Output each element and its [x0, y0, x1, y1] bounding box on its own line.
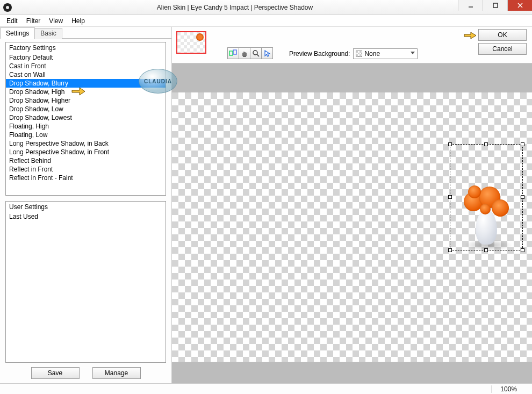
tool-pointer-button[interactable]: [261, 47, 273, 59]
close-button[interactable]: [507, 0, 532, 11]
menu-edit[interactable]: Edit: [2, 16, 22, 26]
factory-preset-item[interactable]: Drop Shadow, Blurry: [6, 79, 166, 88]
workspace: Settings Basic Factory Settings Factory …: [0, 27, 532, 383]
preview-background-label: Preview Background:: [289, 50, 350, 58]
handle-bottom-mid[interactable]: [484, 248, 488, 252]
pointer-annotation-icon: [463, 30, 477, 40]
tool-hand-button[interactable]: [239, 47, 250, 59]
close-icon: [517, 3, 523, 8]
factory-preset-item[interactable]: Long Perspective Shadow, in Back: [6, 139, 166, 148]
factory-settings-list[interactable]: Factory DefaultCast in FrontCast on Wall…: [6, 53, 166, 195]
minimize-button[interactable]: [458, 0, 483, 11]
zoom-level: 100%: [491, 385, 526, 393]
preview-canvas[interactable]: [172, 92, 532, 362]
tab-strip: Settings Basic: [0, 27, 171, 39]
pointer-icon: [263, 49, 271, 57]
handle-mid-left[interactable]: [448, 195, 452, 199]
user-settings-box: User Settings Last Used: [5, 201, 166, 363]
handle-top-left[interactable]: [448, 142, 452, 146]
preview-background-row: Preview Background: None: [289, 48, 418, 59]
handle-bottom-left[interactable]: [448, 248, 452, 252]
menu-help[interactable]: Help: [67, 16, 89, 26]
factory-preset-item[interactable]: Cast on Wall: [6, 70, 166, 79]
svg-point-6: [253, 51, 257, 55]
dialog-action-buttons: OK Cancel: [478, 29, 527, 55]
transparency-swatch-icon: [356, 51, 362, 57]
minimize-icon: [468, 3, 473, 8]
window-title: Alien Skin | Eye Candy 5 Impact | Perspe…: [12, 4, 458, 11]
factory-settings-box: Factory Settings Factory DefaultCast in …: [5, 42, 166, 196]
svg-rect-5: [233, 50, 236, 54]
preview-background-value: None: [364, 50, 380, 58]
status-bar: 100%: [0, 383, 532, 394]
factory-preset-item[interactable]: Drop Shadow, Higher: [6, 96, 166, 105]
svg-rect-4: [229, 51, 233, 55]
factory-preset-item[interactable]: Drop Shadow, Low: [6, 105, 166, 113]
thumbnail[interactable]: [176, 31, 206, 54]
handle-bottom-right[interactable]: [521, 248, 524, 252]
tab-settings[interactable]: Settings: [0, 27, 35, 39]
left-panel: Settings Basic Factory Settings Factory …: [0, 27, 172, 383]
factory-preset-item[interactable]: Long Perspective Shadow, in Front: [6, 148, 166, 156]
handle-top-right[interactable]: [521, 142, 524, 146]
right-panel: Preview Background: None OK Cancel: [172, 27, 532, 383]
tool-preview-button[interactable]: [227, 47, 239, 59]
tool-zoom-button[interactable]: [250, 47, 262, 59]
factory-preset-item[interactable]: Cast in Front: [6, 62, 166, 70]
preview-background-select[interactable]: None: [353, 48, 418, 59]
user-settings-header: User Settings: [6, 202, 166, 212]
vase-image: [470, 191, 502, 245]
preview-strip-top: [172, 63, 532, 92]
maximize-icon: [493, 3, 498, 8]
menu-filter[interactable]: Filter: [22, 16, 45, 26]
factory-preset-item[interactable]: Reflect Behind: [6, 156, 166, 165]
left-button-row: Save Manage: [5, 367, 166, 379]
menu-bar: Edit Filter View Help: [0, 15, 532, 27]
menu-view[interactable]: View: [45, 16, 67, 26]
factory-preset-item[interactable]: Reflect in Front - Faint: [6, 174, 166, 182]
factory-preset-item[interactable]: Floating, High: [6, 122, 166, 131]
selection-bounds[interactable]: [450, 144, 523, 250]
factory-preset-item[interactable]: Reflect in Front: [6, 165, 166, 174]
handle-mid-right[interactable]: [521, 195, 524, 199]
factory-settings-header: Factory Settings: [6, 42, 166, 53]
app-icon: [3, 3, 12, 12]
hand-icon: [241, 49, 248, 57]
magnifier-icon: [252, 49, 260, 57]
user-settings-list[interactable]: Last Used: [6, 212, 166, 362]
factory-preset-item[interactable]: Drop Shadow, High: [6, 88, 166, 96]
upper-toolbar: Preview Background: None OK Cancel: [172, 27, 532, 63]
handle-top-mid[interactable]: [484, 142, 488, 146]
tool-buttons: [228, 47, 273, 59]
save-button[interactable]: Save: [31, 367, 80, 379]
cancel-button[interactable]: Cancel: [478, 43, 527, 55]
preview-icon: [229, 49, 238, 57]
factory-preset-item[interactable]: Factory Default: [6, 53, 166, 62]
ok-button[interactable]: OK: [478, 29, 527, 41]
preview-strip-bottom: [172, 362, 532, 383]
tab-basic[interactable]: Basic: [34, 28, 62, 39]
manage-button[interactable]: Manage: [92, 367, 141, 379]
chevron-down-icon: [411, 52, 415, 54]
title-bar: Alien Skin | Eye Candy 5 Impact | Perspe…: [0, 0, 532, 15]
maximize-button[interactable]: [483, 0, 507, 11]
user-preset-item[interactable]: Last Used: [6, 212, 166, 221]
svg-line-7: [257, 54, 259, 56]
svg-rect-1: [493, 3, 498, 8]
factory-preset-item[interactable]: Floating, Low: [6, 131, 166, 139]
tab-content: Factory Settings Factory DefaultCast in …: [0, 39, 171, 381]
window-controls: [458, 0, 532, 15]
factory-preset-item[interactable]: Drop Shadow, Lowest: [6, 113, 166, 122]
